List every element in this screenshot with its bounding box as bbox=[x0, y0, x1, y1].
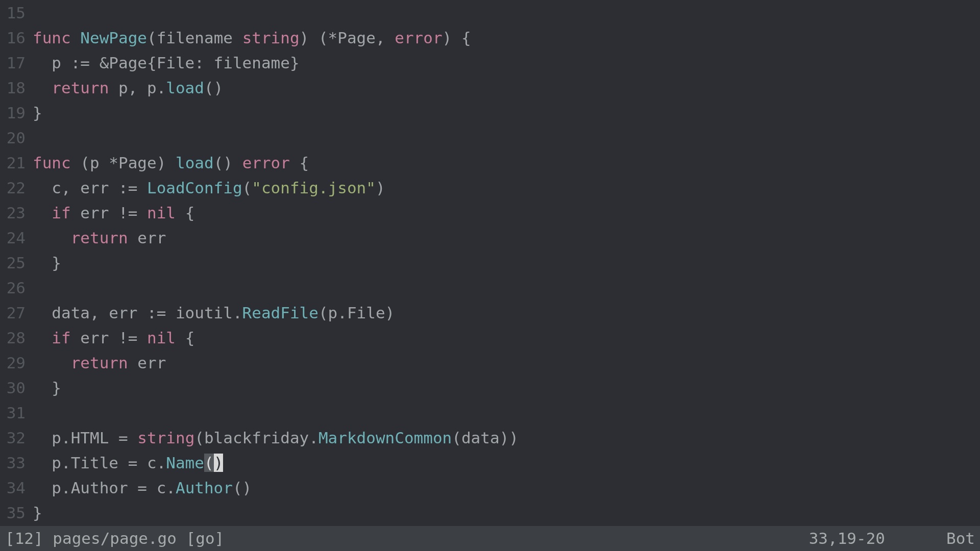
code-line: 16 func NewPage(filename string) (*Page,… bbox=[4, 26, 980, 51]
line-number: 22 bbox=[4, 176, 33, 201]
code-line: 31 bbox=[4, 400, 980, 425]
code-line: 35 } bbox=[4, 500, 980, 525]
code-line: 29 return err bbox=[4, 350, 980, 375]
code-line: 30 } bbox=[4, 375, 980, 400]
line-number: 24 bbox=[4, 226, 33, 251]
line-number: 21 bbox=[4, 151, 33, 176]
code-line: 15 bbox=[4, 1, 980, 26]
code-line: 28 if err != nil { bbox=[4, 325, 980, 350]
code-line: 19 } bbox=[4, 101, 980, 126]
status-bar: [12] pages/page.go [go] 33,19-20 Bot bbox=[0, 526, 980, 551]
line-number: 23 bbox=[4, 201, 33, 226]
line-number: 17 bbox=[4, 51, 33, 76]
line-number: 34 bbox=[4, 475, 33, 500]
line-number: 16 bbox=[4, 26, 33, 51]
code-line: 21 func (p *Page) load() error { bbox=[4, 151, 980, 176]
line-number: 20 bbox=[4, 126, 33, 151]
code-line: 24 return err bbox=[4, 226, 980, 251]
line-number: 26 bbox=[4, 276, 33, 300]
line-number: 19 bbox=[4, 101, 33, 126]
line-number: 15 bbox=[4, 1, 33, 26]
code-line: 17 p := &Page{File: filename} bbox=[4, 51, 980, 76]
line-number: 35 bbox=[4, 500, 33, 525]
code-line: 20 bbox=[4, 126, 980, 151]
code-line: 32 p.HTML = string(blackfriday.MarkdownC… bbox=[4, 425, 980, 450]
code-line: 27 data, err := ioutil.ReadFile(p.File) bbox=[4, 300, 980, 325]
code-line: 33 p.Title = c.Name() bbox=[4, 450, 980, 475]
line-number: 33 bbox=[4, 450, 33, 475]
editor: 15 16 func NewPage(filename string) (*Pa… bbox=[0, 0, 980, 551]
status-file: [12] pages/page.go [go] bbox=[5, 526, 809, 551]
line-number: 28 bbox=[4, 325, 33, 350]
line-number: 32 bbox=[4, 425, 33, 450]
code-line: 26 bbox=[4, 276, 980, 300]
code-line: 34 p.Author = c.Author() bbox=[4, 475, 980, 500]
line-number: 25 bbox=[4, 251, 33, 276]
status-position: 33,19-20 bbox=[809, 526, 946, 551]
code-line: 22 c, err := LoadConfig("config.json") bbox=[4, 176, 980, 201]
line-number: 31 bbox=[4, 400, 33, 425]
code-line: 23 if err != nil { bbox=[4, 201, 980, 226]
code-area[interactable]: 15 16 func NewPage(filename string) (*Pa… bbox=[0, 0, 980, 526]
line-number: 27 bbox=[4, 300, 33, 325]
line-number: 29 bbox=[4, 350, 33, 375]
match-paren: ( bbox=[204, 454, 214, 472]
status-scroll: Bot bbox=[946, 526, 975, 551]
line-number: 18 bbox=[4, 76, 33, 101]
line-number: 30 bbox=[4, 375, 33, 400]
code-line: 25 } bbox=[4, 251, 980, 276]
cursor: ) bbox=[214, 454, 224, 472]
code-line: 18 return p, p.load() bbox=[4, 76, 980, 101]
